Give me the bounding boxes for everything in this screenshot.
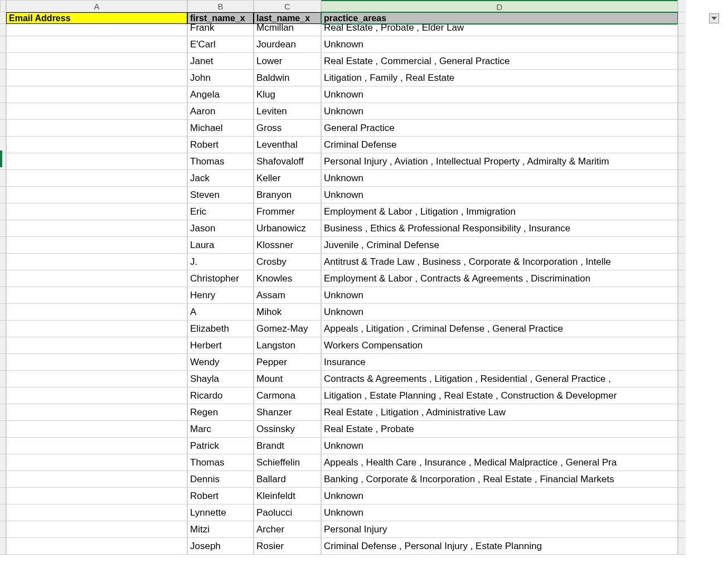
- cell-last[interactable]: Klug: [254, 86, 321, 103]
- row-gutter[interactable]: [0, 170, 6, 187]
- cell-first[interactable]: Robert: [187, 488, 254, 505]
- cell-first[interactable]: J.: [187, 254, 254, 270]
- cell-last[interactable]: Crosby: [254, 254, 321, 270]
- cell-practice[interactable]: Juvenile , Criminal Defense: [321, 237, 678, 254]
- header-email[interactable]: Email Address: [6, 12, 187, 24]
- cell-last[interactable]: Shafovaloff: [254, 153, 321, 170]
- cell-last[interactable]: Klossner: [254, 237, 321, 254]
- cell-last[interactable]: Mcmillan: [254, 24, 321, 36]
- cell-last[interactable]: Gross: [254, 120, 321, 137]
- cell-email[interactable]: [6, 24, 187, 36]
- cell-practice[interactable]: Workers Compensation: [321, 337, 678, 354]
- row-gutter[interactable]: [0, 36, 6, 53]
- row-gutter[interactable]: [0, 120, 6, 137]
- cell-practice[interactable]: Real Estate , Probate , Elder Law: [321, 24, 678, 36]
- row-gutter[interactable]: [0, 70, 6, 86]
- col-header-B[interactable]: B: [187, 0, 254, 12]
- cell-email[interactable]: [6, 287, 187, 304]
- cell-first[interactable]: Jack: [187, 170, 254, 187]
- cell-practice[interactable]: Personal Injury , Aviation , Intellectua…: [321, 153, 678, 170]
- row-gutter[interactable]: [0, 254, 6, 270]
- cell-first[interactable]: Wendy: [187, 354, 254, 371]
- row-gutter[interactable]: [0, 220, 6, 237]
- cell-first[interactable]: Thomas: [187, 153, 254, 170]
- col-header-A[interactable]: A: [6, 0, 187, 12]
- cell-last[interactable]: Leventhal: [254, 137, 321, 153]
- header-first-name[interactable]: first_name_x: [187, 12, 254, 24]
- cell-last[interactable]: Pepper: [254, 354, 321, 371]
- row-gutter[interactable]: [0, 538, 6, 555]
- cell-practice[interactable]: Real Estate , Probate: [321, 421, 678, 438]
- cell-last[interactable]: Frommer: [254, 203, 321, 220]
- cell-practice[interactable]: Banking , Corporate & Incorporation , Re…: [321, 471, 678, 488]
- row-gutter[interactable]: [0, 24, 6, 36]
- row-gutter[interactable]: [0, 387, 6, 404]
- row-gutter[interactable]: [0, 371, 6, 387]
- cell-last[interactable]: Rosier: [254, 538, 321, 555]
- cell-first[interactable]: Jason: [187, 220, 254, 237]
- cell-email[interactable]: [6, 421, 187, 438]
- cell-first[interactable]: Herbert: [187, 337, 254, 354]
- cell-practice[interactable]: Unknown: [321, 36, 678, 53]
- cell-first[interactable]: Marc: [187, 421, 254, 438]
- cell-email[interactable]: [6, 237, 187, 254]
- row-gutter[interactable]: [0, 454, 6, 471]
- cell-practice[interactable]: Unknown: [321, 187, 678, 203]
- cell-email[interactable]: [6, 120, 187, 137]
- cell-practice[interactable]: General Practice: [321, 120, 678, 137]
- cell-practice[interactable]: Unknown: [321, 170, 678, 187]
- cell-email[interactable]: [6, 454, 187, 471]
- row-gutter[interactable]: [0, 438, 6, 454]
- cell-email[interactable]: [6, 538, 187, 555]
- cell-email[interactable]: [6, 438, 187, 454]
- cell-last[interactable]: Urbanowicz: [254, 220, 321, 237]
- cell-first[interactable]: Regen: [187, 404, 254, 421]
- spreadsheet-grid[interactable]: A B C D Email Address first_name_x last_…: [0, 0, 728, 555]
- row-gutter[interactable]: [0, 270, 6, 287]
- cell-first[interactable]: Robert: [187, 137, 254, 153]
- cell-practice[interactable]: Appeals , Litigation , Criminal Defense …: [321, 321, 678, 337]
- cell-email[interactable]: [6, 471, 187, 488]
- cell-last[interactable]: Shanzer: [254, 404, 321, 421]
- row-gutter[interactable]: [0, 337, 6, 354]
- cell-last[interactable]: Schieffelin: [254, 454, 321, 471]
- cell-email[interactable]: [6, 86, 187, 103]
- cell-email[interactable]: [6, 220, 187, 237]
- row-gutter[interactable]: [0, 471, 6, 488]
- cell-email[interactable]: [6, 170, 187, 187]
- row-gutter[interactable]: [0, 237, 6, 254]
- cell-practice[interactable]: Personal Injury: [321, 521, 678, 538]
- row-gutter[interactable]: [0, 321, 6, 337]
- cell-email[interactable]: [6, 304, 187, 321]
- cell-last[interactable]: Mihok: [254, 304, 321, 321]
- cell-first[interactable]: Elizabeth: [187, 321, 254, 337]
- cell-first[interactable]: Angela: [187, 86, 254, 103]
- cell-last[interactable]: Kleinfeldt: [254, 488, 321, 505]
- cell-practice[interactable]: Litigation , Family , Real Estate: [321, 70, 678, 86]
- row-gutter[interactable]: [0, 203, 6, 220]
- cell-practice[interactable]: Unknown: [321, 287, 678, 304]
- cell-first[interactable]: Lynnette: [187, 505, 254, 521]
- cell-first[interactable]: Joseph: [187, 538, 254, 555]
- cell-first[interactable]: Aaron: [187, 103, 254, 120]
- cell-practice[interactable]: Appeals , Health Care , Insurance , Medi…: [321, 454, 678, 471]
- cell-email[interactable]: [6, 404, 187, 421]
- cell-email[interactable]: [6, 153, 187, 170]
- cell-email[interactable]: [6, 203, 187, 220]
- cell-last[interactable]: Langston: [254, 337, 321, 354]
- cell-last[interactable]: Carmona: [254, 387, 321, 404]
- cell-first[interactable]: Ricardo: [187, 387, 254, 404]
- cell-practice[interactable]: Employment & Labor , Contracts & Agreeme…: [321, 270, 678, 287]
- row-gutter[interactable]: [0, 103, 6, 120]
- filter-dropdown-button[interactable]: [709, 13, 719, 23]
- cell-first[interactable]: Laura: [187, 237, 254, 254]
- cell-email[interactable]: [6, 254, 187, 270]
- row-gutter[interactable]: [0, 354, 6, 371]
- cell-last[interactable]: Ballard: [254, 471, 321, 488]
- cell-email[interactable]: [6, 371, 187, 387]
- cell-practice[interactable]: Employment & Labor , Litigation , Immigr…: [321, 203, 678, 220]
- row-gutter[interactable]: [0, 53, 6, 70]
- col-header-D[interactable]: D: [321, 0, 678, 12]
- cell-last[interactable]: Leviten: [254, 103, 321, 120]
- cell-first[interactable]: John: [187, 70, 254, 86]
